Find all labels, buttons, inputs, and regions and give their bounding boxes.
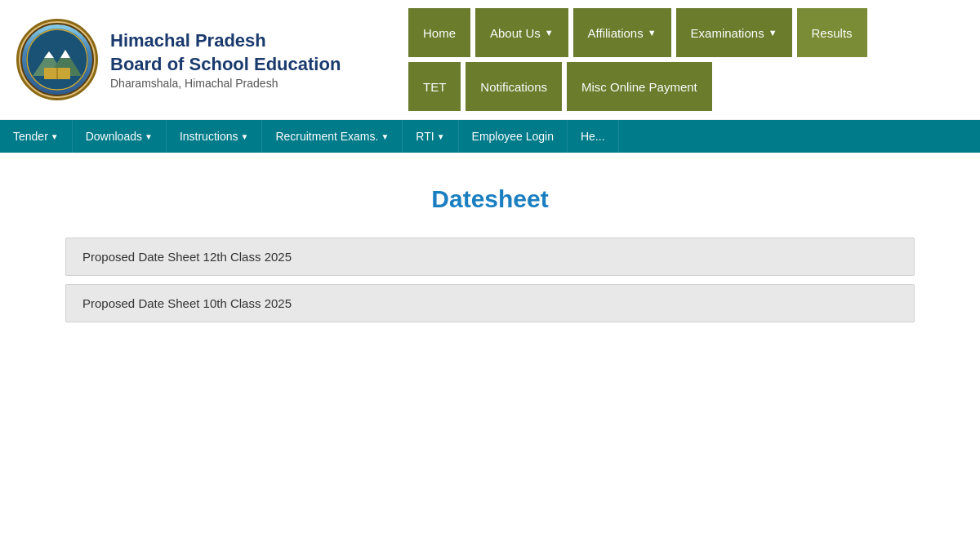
nav-rti[interactable]: RTI ▼ [403,120,458,153]
instructions-arrow: ▼ [240,132,248,141]
examinations-arrow: ▼ [768,28,777,38]
top-nav: Home About Us ▼ Affiliations ▼ Examinati… [408,8,867,111]
recruitment-arrow: ▼ [381,132,389,141]
list-item[interactable]: Proposed Date Sheet 12th Class 2025 [65,238,915,276]
nav-tender[interactable]: Tender ▼ [0,120,73,153]
about-us-arrow: ▼ [545,28,554,38]
nav-downloads[interactable]: Downloads ▼ [73,120,167,153]
nav-employee-login[interactable]: Employee Login [459,120,568,153]
nav-examinations[interactable]: Examinations ▼ [676,8,792,57]
org-title-line1: Himachal Pradesh [110,29,341,53]
logo-icon [16,19,98,100]
nav-row-2: TET Notifications Misc Online Payment [408,62,867,111]
downloads-arrow: ▼ [145,132,153,141]
logo-area: Himachal Pradesh Board of School Educati… [16,19,408,100]
nav-instructions[interactable]: Instructions ▼ [167,120,263,153]
rti-arrow: ▼ [437,132,445,141]
org-name: Himachal Pradesh Board of School Educati… [110,29,341,89]
main-content: Datesheet Proposed Date Sheet 12th Class… [0,153,980,363]
nav-recruitment[interactable]: Recruitment Exams. ▼ [262,120,403,153]
nav-help[interactable]: He... [568,120,619,153]
nav-affiliations[interactable]: Affiliations ▼ [573,8,671,57]
org-location: Dharamshala, Himachal Pradesh [110,77,341,90]
nav-results[interactable]: Results [797,8,867,57]
tender-arrow: ▼ [51,132,59,141]
list-item[interactable]: Proposed Date Sheet 10th Class 2025 [65,284,915,322]
nav-tet[interactable]: TET [408,62,461,111]
header: Himachal Pradesh Board of School Educati… [0,0,980,120]
nav-notifications[interactable]: Notifications [466,62,562,111]
nav-row-1: Home About Us ▼ Affiliations ▼ Examinati… [408,8,867,57]
secondary-nav: Tender ▼ Downloads ▼ Instructions ▼ Recr… [0,120,980,153]
page-title: Datesheet [65,185,915,213]
nav-about-us[interactable]: About Us ▼ [475,8,568,57]
nav-misc-payment[interactable]: Misc Online Payment [567,62,712,111]
affiliations-arrow: ▼ [648,28,657,38]
nav-home[interactable]: Home [408,8,470,57]
org-title-line2: Board of School Education [110,53,341,77]
